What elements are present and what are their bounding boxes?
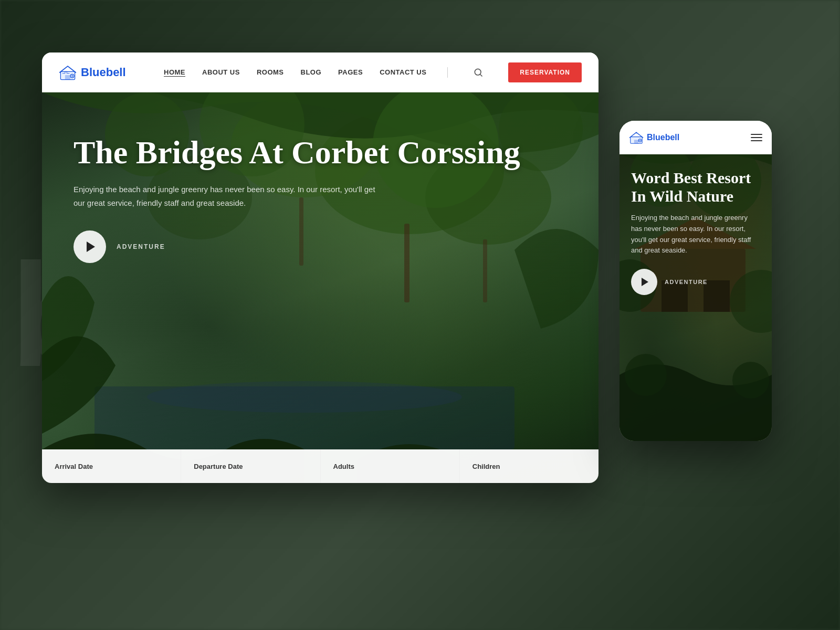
search-icon[interactable] — [473, 67, 484, 78]
adventure-label: ADVENTURE — [117, 243, 165, 250]
play-button[interactable] — [74, 230, 106, 263]
svg-rect-18 — [634, 140, 638, 143]
mobile-logo-icon — [629, 130, 644, 145]
mobile-adventure-label: ADVENTURE — [665, 279, 708, 285]
nav-contact[interactable]: CONTACT US — [380, 68, 426, 76]
mobile-hero-content: Word Best Resort In Wild Nature Enjoying… — [620, 154, 772, 306]
svg-point-3 — [475, 69, 481, 75]
nav-pages[interactable]: PAGES — [338, 68, 363, 76]
hero-content: The Bridges At Corbet Corssing Enjoying … — [42, 92, 598, 284]
mobile-hero-title: Word Best Resort In Wild Nature — [631, 169, 760, 205]
logo-icon — [59, 64, 77, 81]
mobile-logo-black: bell — [665, 133, 680, 142]
hamburger-line-1 — [751, 134, 762, 135]
svg-rect-1 — [65, 75, 70, 80]
desktop-mockup: Bluebell HOME ABOUT US ROOMS BLOG PAGES … — [42, 52, 598, 483]
mobile-logo-blue: Blue — [647, 133, 665, 142]
play-icon — [87, 242, 95, 252]
hero-description: Enjoying the beach and jungle greenry ha… — [74, 183, 378, 209]
departure-date-field[interactable]: Departure Date — [181, 449, 320, 483]
nav-divider — [447, 67, 448, 78]
hamburger-line-3 — [751, 140, 762, 141]
nav-about[interactable]: ABOUT US — [202, 68, 240, 76]
mobile-navbar: Bluebell — [620, 121, 772, 154]
hamburger-line-2 — [751, 137, 762, 138]
mobile-play-icon — [642, 278, 648, 286]
nav-blog[interactable]: BLOG — [301, 68, 322, 76]
reservation-button[interactable]: RESERVATION — [508, 62, 582, 82]
mobile-hero-description: Enjoying the beach and jungle greenry ha… — [631, 213, 760, 256]
svg-rect-11 — [94, 386, 514, 449]
booking-bar: Arrival Date Departure Date Adults Child… — [42, 449, 598, 483]
mobile-logo-text: Bluebell — [647, 133, 679, 142]
logo-blue-part: Blue — [81, 66, 106, 79]
mobile-logo[interactable]: Bluebell — [629, 130, 679, 145]
hero-title: The Bridges At Corbet Corssing — [74, 134, 567, 170]
hamburger-menu[interactable] — [751, 134, 762, 141]
desktop-hero: The Bridges At Corbet Corssing Enjoying … — [42, 92, 598, 483]
children-field[interactable]: Children — [460, 449, 598, 483]
nav-links: HOME ABOUT US ROOMS BLOG PAGES CONTACT U… — [164, 67, 508, 78]
logo-text: Bluebell — [81, 66, 126, 79]
adults-field[interactable]: Adults — [321, 449, 460, 483]
svg-point-12 — [147, 381, 462, 413]
mobile-play-button[interactable] — [631, 269, 657, 295]
desktop-logo[interactable]: Bluebell — [59, 64, 132, 81]
mobile-hero: Word Best Resort In Wild Nature Enjoying… — [620, 154, 772, 441]
logo-black-part: bell — [106, 66, 126, 79]
arrival-date-field[interactable]: Arrival Date — [42, 449, 181, 483]
mobile-mockup: Bluebell — [620, 121, 772, 441]
mobile-play-row: ADVENTURE — [631, 269, 760, 295]
desktop-navbar: Bluebell HOME ABOUT US ROOMS BLOG PAGES … — [42, 52, 598, 92]
hero-play-row: ADVENTURE — [74, 230, 567, 263]
nav-home[interactable]: HOME — [164, 68, 185, 76]
nav-rooms[interactable]: ROOMS — [257, 68, 284, 76]
